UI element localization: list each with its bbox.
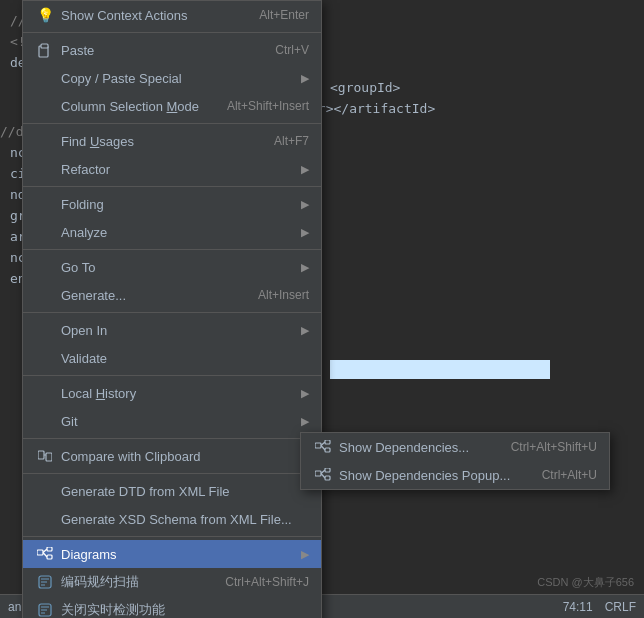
svg-line-9 (43, 553, 47, 558)
svg-line-33 (321, 470, 325, 474)
menu-item-find-usages[interactable]: Find Usages Alt+F7 (23, 127, 321, 155)
svg-rect-2 (38, 451, 44, 459)
svg-rect-26 (325, 440, 330, 444)
menu-item-label: Local History (61, 386, 295, 401)
menu-item-shortcut: Alt+Insert (238, 288, 309, 302)
menu-item-column-selection[interactable]: Column Selection Mode Alt+Shift+Insert (23, 92, 321, 120)
arrow-icon: ▶ (301, 163, 309, 176)
context-menu: 💡 Show Context Actions Alt+Enter Paste C… (22, 0, 322, 618)
diagrams-submenu: Show Dependencies... Ctrl+Alt+Shift+U Sh… (300, 432, 610, 490)
menu-item-shortcut: Ctrl+Alt+Shift+J (205, 575, 309, 589)
menu-separator (23, 186, 321, 187)
menu-item-analyze[interactable]: Analyze ▶ (23, 218, 321, 246)
arrow-icon: ▶ (301, 548, 309, 561)
realtime-icon (35, 600, 55, 618)
arrow-icon: ▶ (301, 72, 309, 85)
submenu-item-show-dependencies[interactable]: Show Dependencies... Ctrl+Alt+Shift+U (301, 433, 609, 461)
watermark: CSDN @大鼻子656 (537, 575, 634, 590)
menu-item-label: Diagrams (61, 547, 295, 562)
menu-item-label: Generate XSD Schema from XML File... (61, 512, 309, 527)
diagram-popup-icon (313, 465, 333, 485)
menu-item-open-in[interactable]: Open In ▶ (23, 316, 321, 344)
menu-item-show-context-actions[interactable]: 💡 Show Context Actions Alt+Enter (23, 1, 321, 29)
arrow-icon: ▶ (301, 198, 309, 211)
menu-item-refactor[interactable]: Refactor ▶ (23, 155, 321, 183)
empty-icon (35, 194, 55, 214)
svg-rect-1 (41, 44, 48, 48)
diagrams-icon (35, 544, 55, 564)
menu-item-label: Validate (61, 351, 309, 366)
menu-item-label: Git (61, 414, 295, 429)
compare-icon (35, 446, 55, 466)
menu-item-label: Analyze (61, 225, 295, 240)
menu-item-label: Find Usages (61, 134, 254, 149)
menu-item-generate-dtd[interactable]: Generate DTD from XML File (23, 477, 321, 505)
submenu-item-label: Show Dependencies... (339, 440, 501, 455)
svg-rect-32 (325, 476, 330, 480)
svg-rect-30 (315, 471, 321, 476)
status-bar-right: 74:11 CRLF (563, 600, 636, 614)
arrow-icon: ▶ (301, 415, 309, 428)
menu-item-label: Refactor (61, 162, 295, 177)
menu-item-label: Go To (61, 260, 295, 275)
submenu-item-label: Show Dependencies Popup... (339, 468, 532, 483)
menu-item-paste[interactable]: Paste Ctrl+V (23, 36, 321, 64)
menu-item-realtime-detect[interactable]: 关闭实时检测功能 (23, 596, 321, 618)
empty-icon (35, 383, 55, 403)
paste-icon (35, 40, 55, 60)
menu-item-go-to[interactable]: Go To ▶ (23, 253, 321, 281)
menu-item-generate-xsd[interactable]: Generate XSD Schema from XML File... (23, 505, 321, 533)
svg-line-34 (321, 474, 325, 479)
svg-line-28 (321, 442, 325, 446)
diagram-icon (313, 437, 333, 457)
menu-item-shortcut: Alt+F7 (254, 134, 309, 148)
svg-rect-3 (46, 453, 52, 461)
menu-item-copy-paste-special[interactable]: Copy / Paste Special ▶ (23, 64, 321, 92)
menu-separator (23, 32, 321, 33)
menu-item-label: Compare with Clipboard (61, 449, 309, 464)
menu-separator (23, 438, 321, 439)
submenu-item-shortcut: Ctrl+Alt+Shift+U (501, 440, 597, 454)
svg-rect-31 (325, 468, 330, 472)
empty-icon (35, 159, 55, 179)
empty-icon (35, 257, 55, 277)
menu-separator (23, 312, 321, 313)
menu-item-git[interactable]: Git ▶ (23, 407, 321, 435)
menu-item-code-scan[interactable]: 编码规约扫描 Ctrl+Alt+Shift+J (23, 568, 321, 596)
menu-item-label: 关闭实时检测功能 (61, 601, 309, 618)
empty-icon (35, 320, 55, 340)
svg-line-29 (321, 446, 325, 451)
empty-icon (35, 222, 55, 242)
empty-icon (35, 285, 55, 305)
arrow-icon: ▶ (301, 324, 309, 337)
menu-item-generate[interactable]: Generate... Alt+Insert (23, 281, 321, 309)
menu-item-label: Column Selection Mode (61, 99, 207, 114)
menu-item-diagrams[interactable]: Diagrams ▶ (23, 540, 321, 568)
arrow-icon: ▶ (301, 261, 309, 274)
menu-item-validate[interactable]: Validate (23, 344, 321, 372)
menu-item-shortcut: Alt+Enter (239, 8, 309, 22)
menu-item-shortcut: Alt+Shift+Insert (207, 99, 309, 113)
menu-separator (23, 536, 321, 537)
menu-item-local-history[interactable]: Local History ▶ (23, 379, 321, 407)
menu-item-compare-clipboard[interactable]: Compare with Clipboard (23, 442, 321, 470)
menu-item-label: Copy / Paste Special (61, 71, 295, 86)
menu-item-shortcut: Ctrl+V (255, 43, 309, 57)
empty-icon (35, 481, 55, 501)
menu-item-label: Open In (61, 323, 295, 338)
menu-separator (23, 473, 321, 474)
menu-item-label: Generate... (61, 288, 238, 303)
menu-item-folding[interactable]: Folding ▶ (23, 190, 321, 218)
empty-icon (35, 96, 55, 116)
menu-item-label: Show Context Actions (61, 8, 239, 23)
svg-rect-6 (47, 547, 52, 551)
scan-icon (35, 572, 55, 592)
arrow-icon: ▶ (301, 226, 309, 239)
status-encoding: CRLF (605, 600, 636, 614)
empty-icon (35, 131, 55, 151)
empty-icon (35, 348, 55, 368)
arrow-icon: ▶ (301, 387, 309, 400)
submenu-item-show-dependencies-popup[interactable]: Show Dependencies Popup... Ctrl+Alt+U (301, 461, 609, 489)
svg-rect-25 (315, 443, 321, 448)
lightbulb-icon: 💡 (35, 5, 55, 25)
